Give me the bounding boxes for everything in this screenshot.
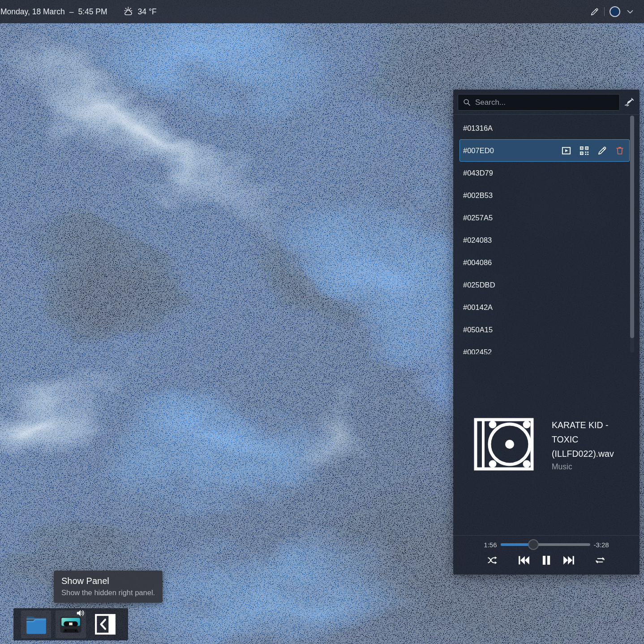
remaining-time-label: -3:28 bbox=[594, 541, 609, 549]
taskbar-item-audio-player[interactable] bbox=[56, 610, 86, 638]
pause-button[interactable] bbox=[540, 553, 553, 568]
track-artist: Music bbox=[552, 462, 633, 472]
color-picker-circle-icon[interactable] bbox=[610, 6, 620, 17]
search-icon bbox=[463, 98, 471, 107]
clipboard-item[interactable]: #043D79 bbox=[459, 162, 630, 184]
scrollbar-track[interactable] bbox=[630, 116, 634, 353]
time-label: 5:45 PM bbox=[78, 7, 107, 17]
track-metadata: KARATE KID - TOXIC (ILLFD022).wav Music bbox=[552, 418, 633, 472]
temperature-label: 34 °F bbox=[138, 7, 157, 17]
playback-controls bbox=[453, 553, 640, 568]
invoke-action-icon[interactable] bbox=[561, 145, 571, 156]
clipboard-item-text: #004086 bbox=[463, 258, 626, 267]
seek-slider[interactable] bbox=[501, 540, 590, 550]
clipboard-list: #01316A #007ED0 bbox=[453, 115, 640, 354]
clipboard-item[interactable]: #002452 bbox=[459, 341, 630, 354]
clipboard-item-text: #043D79 bbox=[463, 169, 626, 177]
clipboard-item[interactable]: #025DBD bbox=[459, 274, 630, 296]
audio-playing-speaker-icon bbox=[76, 608, 86, 618]
clipboard-item-text: #00142A bbox=[463, 303, 626, 312]
clipboard-item[interactable]: #0257A5 bbox=[459, 206, 630, 229]
annotate-pencil-icon[interactable] bbox=[590, 7, 599, 17]
elapsed-time-label: 1:56 bbox=[484, 541, 497, 549]
tooltip-subtitle: Show the hidden right panel. bbox=[61, 588, 155, 597]
clear-history-broom-icon[interactable] bbox=[624, 97, 635, 108]
seek-row: 1:56 -3:28 bbox=[453, 540, 640, 550]
digital-clock[interactable]: Monday, 18 March – 5:45 PM bbox=[0, 7, 107, 17]
clipboard-item-actions bbox=[561, 145, 626, 156]
clipboard-item[interactable]: #024083 bbox=[459, 229, 630, 251]
clipboard-item[interactable]: #004086 bbox=[459, 251, 630, 274]
clipboard-item-text: #002452 bbox=[463, 348, 626, 355]
search-box[interactable] bbox=[458, 94, 620, 111]
repeat-button[interactable] bbox=[593, 553, 607, 568]
clipboard-item-text: #007ED0 bbox=[463, 146, 561, 155]
tray-expand-chevron-down-icon[interactable] bbox=[625, 7, 635, 17]
folder-icon bbox=[24, 613, 49, 635]
tooltip-title: Show Panel bbox=[61, 576, 155, 586]
player-controls-footer: 1:56 -3:28 bbox=[453, 535, 640, 575]
date-time-separator: – bbox=[69, 7, 74, 17]
track-title: KARATE KID - TOXIC (ILLFD022).wav bbox=[552, 418, 633, 461]
system-tray bbox=[590, 6, 644, 17]
clipboard-item-text: #0257A5 bbox=[463, 214, 626, 222]
taskbar-item-file-manager[interactable] bbox=[21, 610, 51, 638]
next-track-button[interactable] bbox=[561, 553, 576, 568]
edit-pencil-icon[interactable] bbox=[597, 145, 607, 156]
clipboard-item[interactable]: #002B53 bbox=[459, 184, 630, 206]
clipboard-item[interactable]: #01316A bbox=[459, 117, 630, 139]
seek-knob[interactable] bbox=[528, 539, 539, 550]
delete-trash-icon[interactable] bbox=[614, 145, 625, 156]
weather-sun-cloud-icon bbox=[123, 6, 135, 18]
show-panel-icon bbox=[94, 613, 116, 635]
top-bar: Monday, 18 March – 5:45 PM 34 °F bbox=[0, 0, 644, 23]
date-label: Monday, 18 March bbox=[0, 7, 65, 17]
clipboard-item[interactable]: #00142A bbox=[459, 296, 630, 318]
tray-separator bbox=[604, 7, 605, 16]
search-input[interactable] bbox=[475, 98, 615, 107]
qr-code-icon[interactable] bbox=[579, 145, 589, 156]
clipboard-item-text: #025DBD bbox=[463, 281, 626, 289]
previous-track-button[interactable] bbox=[516, 553, 532, 568]
clipboard-search-row bbox=[453, 90, 640, 114]
show-panel-tooltip: Show Panel Show the hidden right panel. bbox=[54, 571, 163, 603]
taskbar-item-show-panel[interactable] bbox=[90, 610, 120, 638]
clipboard-item-text: #002B53 bbox=[463, 191, 626, 200]
clipboard-panel: #01316A #007ED0 bbox=[453, 90, 640, 575]
clipboard-item-text: #024083 bbox=[463, 236, 626, 245]
weather-widget[interactable]: 34 °F bbox=[123, 6, 157, 18]
clipboard-item[interactable]: #007ED0 bbox=[459, 139, 630, 162]
clipboard-item-text: #050A15 bbox=[463, 326, 626, 334]
clipboard-item[interactable]: #050A15 bbox=[459, 318, 630, 341]
album-art-placeholder-icon bbox=[474, 418, 534, 471]
shuffle-button[interactable] bbox=[486, 553, 499, 568]
clipboard-item-text: #01316A bbox=[463, 124, 626, 133]
scrollbar-thumb[interactable] bbox=[630, 116, 634, 338]
now-playing-section: KARATE KID - TOXIC (ILLFD022).wav Music bbox=[453, 418, 640, 472]
taskbar bbox=[13, 608, 128, 640]
